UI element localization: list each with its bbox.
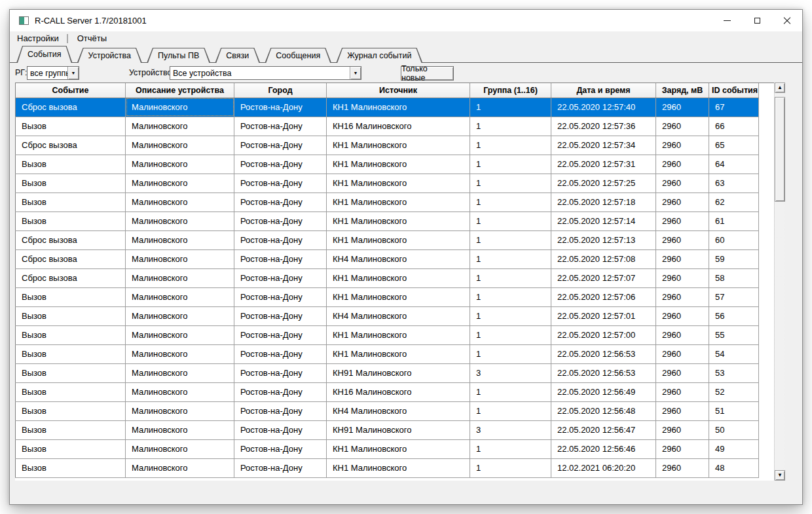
table-row[interactable]: ВызовМалиновскогоРостов-на-ДонуКН1 Малин…: [16, 193, 759, 211]
cell-source[interactable]: КН1 Малиновского: [327, 136, 470, 155]
cell-source[interactable]: КН1 Малиновского: [327, 287, 470, 306]
cell-device-description[interactable]: Малиновского: [126, 420, 234, 439]
table-row[interactable]: Сброс вызоваМалиновскогоРостов-на-ДонуКН…: [16, 136, 759, 155]
cell-event[interactable]: Сброс вызова: [16, 98, 126, 117]
cell-event-id[interactable]: 52: [709, 382, 759, 401]
cell-group[interactable]: 1: [470, 117, 551, 136]
cell-datetime[interactable]: 22.05.2020 12:57:06: [551, 287, 656, 306]
cell-charge-mv[interactable]: 2960: [656, 174, 709, 193]
column-header-device-description[interactable]: Описание устройства: [126, 83, 234, 98]
cell-datetime[interactable]: 22.05.2020 12:57:14: [551, 211, 656, 230]
cell-group[interactable]: 1: [470, 382, 551, 401]
cell-city[interactable]: Ростов-на-Дону: [234, 211, 327, 230]
cell-group[interactable]: 1: [470, 401, 551, 420]
cell-group[interactable]: 1: [470, 344, 551, 363]
dropdown-arrow-icon[interactable]: ▼: [67, 67, 79, 79]
minimize-button[interactable]: [712, 10, 742, 31]
tab-messages[interactable]: Сообщения: [265, 48, 331, 63]
table-row[interactable]: ВызовМалиновскогоРостов-на-ДонуКН16 Мали…: [16, 382, 759, 401]
table-row[interactable]: ВызовМалиновскогоРостов-на-ДонуКН1 Малин…: [16, 174, 759, 193]
column-header-charge-mv[interactable]: Заряд, мВ: [656, 83, 709, 98]
cell-city[interactable]: Ростов-на-Дону: [234, 174, 327, 193]
cell-charge-mv[interactable]: 2960: [656, 211, 709, 230]
cell-source[interactable]: КН91 Малиновского: [327, 363, 470, 382]
table-row[interactable]: Сброс вызоваМалиновскогоРостов-на-ДонуКН…: [16, 268, 759, 287]
cell-city[interactable]: Ростов-на-Дону: [234, 287, 327, 306]
cell-datetime[interactable]: 22.05.2020 12:57:00: [551, 325, 656, 344]
cell-event[interactable]: Вызов: [16, 439, 126, 458]
cell-charge-mv[interactable]: 2960: [656, 230, 709, 249]
cell-source[interactable]: КН4 Малиновского: [327, 306, 470, 325]
column-header-datetime[interactable]: Дата и время: [551, 83, 656, 98]
cell-device-description[interactable]: Малиновского: [126, 155, 234, 174]
cell-event-id[interactable]: 58: [709, 268, 759, 287]
table-row[interactable]: ВызовМалиновскогоРостов-на-ДонуКН4 Малин…: [16, 401, 759, 420]
column-header-event[interactable]: Событие: [16, 83, 126, 98]
cell-datetime[interactable]: 22.05.2020 12:57:36: [551, 117, 656, 136]
cell-datetime[interactable]: 22.05.2020 12:57:31: [551, 155, 656, 174]
cell-source[interactable]: КН1 Малиновского: [327, 458, 470, 477]
cell-event[interactable]: Вызов: [16, 193, 126, 211]
scroll-up-icon[interactable]: ▲: [775, 83, 785, 93]
table-row[interactable]: ВызовМалиновскогоРостов-на-ДонуКН91 Мали…: [16, 363, 759, 382]
cell-event-id[interactable]: 61: [709, 211, 759, 230]
cell-datetime[interactable]: 22.05.2020 12:57:01: [551, 306, 656, 325]
cell-event[interactable]: Вызов: [16, 174, 126, 193]
cell-city[interactable]: Ростов-на-Дону: [234, 382, 327, 401]
maximize-button[interactable]: [742, 10, 772, 31]
table-row[interactable]: ВызовМалиновскогоРостов-на-ДонуКН1 Малин…: [16, 325, 759, 344]
cell-event[interactable]: Вызов: [16, 344, 126, 363]
cell-source[interactable]: КН91 Малиновского: [327, 420, 470, 439]
cell-event-id[interactable]: 65: [709, 136, 759, 155]
cell-event[interactable]: Вызов: [16, 420, 126, 439]
cell-event[interactable]: Сброс вызова: [16, 230, 126, 249]
cell-device-description[interactable]: Малиновского: [126, 136, 234, 155]
cell-group[interactable]: 1: [470, 306, 551, 325]
device-filter-combobox[interactable]: Все устройства ▼: [170, 66, 361, 80]
cell-charge-mv[interactable]: 2960: [656, 420, 709, 439]
cell-event[interactable]: Вызов: [16, 287, 126, 306]
cell-city[interactable]: Ростов-на-Дону: [234, 325, 327, 344]
table-row[interactable]: Сброс вызоваМалиновскогоРостов-на-ДонуКН…: [16, 249, 759, 268]
cell-charge-mv[interactable]: 2960: [656, 268, 709, 287]
cell-group[interactable]: 1: [470, 249, 551, 268]
cell-datetime[interactable]: 22.05.2020 12:57:07: [551, 268, 656, 287]
group-filter-combobox[interactable]: все группы ▼: [27, 66, 79, 80]
cell-event[interactable]: Сброс вызова: [16, 249, 126, 268]
cell-group[interactable]: 1: [470, 230, 551, 249]
cell-event-id[interactable]: 48: [709, 458, 759, 477]
cell-device-description[interactable]: Малиновского: [126, 211, 234, 230]
cell-group[interactable]: 1: [470, 174, 551, 193]
cell-datetime[interactable]: 22.05.2020 12:57:08: [551, 249, 656, 268]
cell-event[interactable]: Вызов: [16, 155, 126, 174]
cell-datetime[interactable]: 22.05.2020 12:57:34: [551, 136, 656, 155]
close-button[interactable]: [772, 10, 802, 31]
scroll-down-icon[interactable]: ▼: [775, 470, 785, 481]
cell-source[interactable]: КН1 Малиновского: [327, 211, 470, 230]
cell-city[interactable]: Ростов-на-Дону: [234, 249, 327, 268]
tab-pv-consoles[interactable]: Пульты ПВ: [147, 48, 210, 63]
table-row[interactable]: ВызовМалиновскогоРостов-на-ДонуКН1 Малин…: [16, 211, 759, 230]
cell-device-description[interactable]: Малиновского: [126, 230, 234, 249]
cell-event-id[interactable]: 50: [709, 420, 759, 439]
cell-city[interactable]: Ростов-на-Дону: [234, 117, 327, 136]
cell-city[interactable]: Ростов-на-Дону: [234, 401, 327, 420]
cell-datetime[interactable]: 22.05.2020 12:56:48: [551, 401, 656, 420]
cell-source[interactable]: КН1 Малиновского: [327, 155, 470, 174]
cell-device-description[interactable]: Малиновского: [126, 363, 234, 382]
cell-source[interactable]: КН1 Малиновского: [327, 174, 470, 193]
cell-event-id[interactable]: 63: [709, 174, 759, 193]
cell-event[interactable]: Вызов: [16, 458, 126, 477]
cell-charge-mv[interactable]: 2960: [656, 117, 709, 136]
cell-device-description[interactable]: Малиновского: [126, 174, 234, 193]
cell-event[interactable]: Сброс вызова: [16, 136, 126, 155]
table-row[interactable]: ВызовМалиновскогоРостов-на-ДонуКН1 Малин…: [16, 155, 759, 174]
cell-charge-mv[interactable]: 2960: [656, 401, 709, 420]
cell-source[interactable]: КН1 Малиновского: [327, 325, 470, 344]
cell-event-id[interactable]: 51: [709, 401, 759, 420]
cell-city[interactable]: Ростов-на-Дону: [234, 420, 327, 439]
cell-city[interactable]: Ростов-на-Дону: [234, 306, 327, 325]
cell-source[interactable]: КН16 Малиновского: [327, 117, 470, 136]
tab-links[interactable]: Связи: [215, 48, 260, 63]
cell-event-id[interactable]: 49: [709, 439, 759, 458]
